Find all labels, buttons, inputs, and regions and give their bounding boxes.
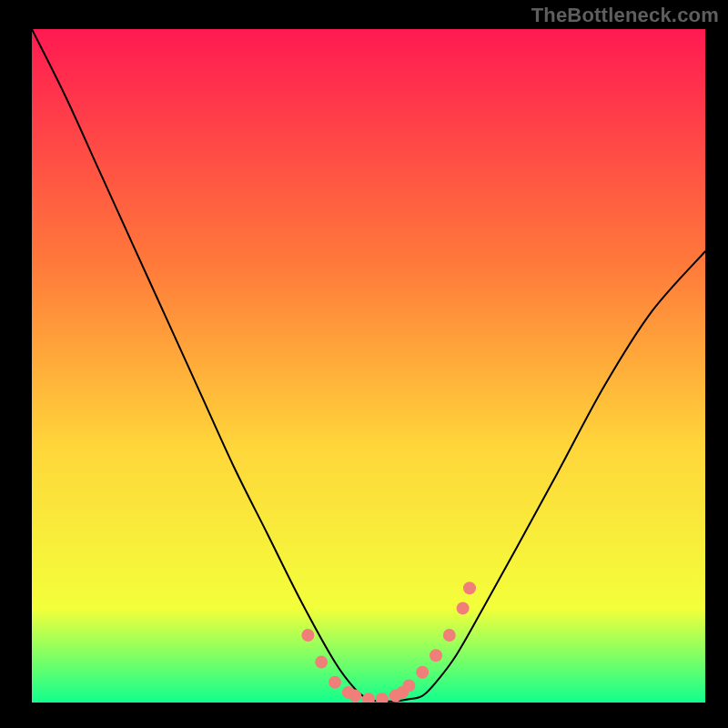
highlight-marker bbox=[416, 666, 429, 679]
highlight-marker bbox=[457, 602, 470, 614]
highlight-marker bbox=[329, 676, 341, 689]
gradient-background bbox=[32, 29, 705, 703]
highlight-marker bbox=[463, 581, 476, 594]
highlight-marker bbox=[443, 629, 456, 642]
highlight-marker bbox=[402, 680, 415, 693]
plot-svg bbox=[32, 29, 705, 703]
chart-frame: TheBottleneck.com bbox=[0, 0, 728, 728]
highlight-marker bbox=[430, 649, 442, 662]
highlight-marker bbox=[301, 629, 314, 642]
watermark-label: TheBottleneck.com bbox=[531, 4, 719, 27]
highlight-marker bbox=[349, 690, 361, 703]
plot-area bbox=[32, 29, 705, 703]
highlight-marker bbox=[315, 656, 328, 669]
